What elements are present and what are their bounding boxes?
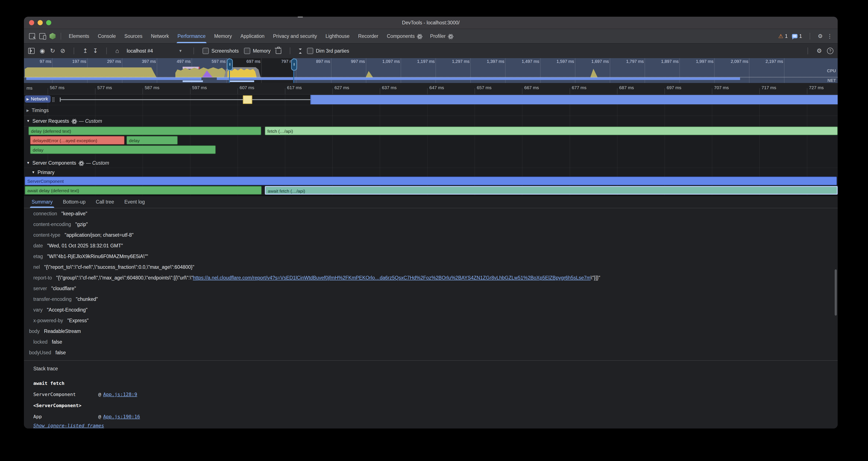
property-row: date"Wed, 01 Oct 2025 18:32:01 GMT" [33,240,838,251]
dim-3rd-parties-checkbox[interactable]: Dim 3rd parties [307,48,349,54]
network-request-bar[interactable] [310,95,838,104]
origin-home-icon[interactable]: ⌂ [115,48,119,54]
event-bar-fetch-api[interactable]: fetch (…/api) [265,126,838,135]
memory-checkbox[interactable]: Memory [244,48,271,54]
messages-badge[interactable]: 1 [792,33,802,39]
close-window-button[interactable] [29,20,34,25]
property-row: content-encoding"gzip" [33,219,838,230]
report-to-url-link[interactable]: https://a.nel.cloudflare.com/report/v4?s… [193,275,591,281]
show-ignore-listed-frames-link[interactable]: Show ignore-listed frames [33,423,104,428]
settings-gear-icon[interactable]: ⚙ [818,33,823,39]
event-bar-delay-deferred[interactable]: delay (deferred text) [28,126,261,135]
event-bar-delay-3[interactable]: delay [30,145,216,154]
event-bar-delayed-error[interactable]: delayedError (…ayed exception) [30,136,125,145]
window-controls [29,20,51,25]
tab-event-log[interactable]: Event log [120,196,149,208]
detail-ruler[interactable]: ms 567 ms577 ms587 ms597 ms607 ms617 ms6… [24,83,838,94]
warning-icon: ⚠ [778,33,783,39]
panel-settings-gear-icon[interactable]: ⚙ [816,48,822,54]
node-icon[interactable] [50,33,56,39]
overview-network-chart [24,78,838,83]
garbage-collect-icon[interactable] [276,49,281,54]
property-row: nel"{\"report_to\":\"cf-nel\",\"success_… [33,262,838,272]
divider [74,48,74,54]
network-track[interactable]: ▶ Network [24,94,838,105]
upload-profile-icon[interactable]: ↥ [83,48,88,54]
scrollbar-thumb[interactable] [835,269,837,316]
minimize-window-button[interactable] [38,20,43,25]
divider [810,33,810,39]
toggle-sidebar-icon[interactable] [28,48,35,54]
tab-console[interactable]: Console [94,29,120,43]
property-row: etag"W/\"4b1-RjEJloX9kRinu6F0MAZMmy6E5iA… [33,251,838,262]
server-requests-row-3: delay [24,145,838,155]
track-resize-grip[interactable] [52,97,55,102]
expand-icon: ▶ [27,97,29,101]
event-bar-server-component[interactable]: ServerComponent [25,177,837,185]
issues-warning-badge[interactable]: ⚠1 [778,33,788,39]
tab-profiler[interactable]: Profiler [426,29,457,43]
tab-call-tree[interactable]: Call tree [92,196,119,208]
server-requests-track-header[interactable]: ▼ Server Requests — Custom [24,116,838,126]
timeline-tracks: ▶ Network ▶ Timings ▼ Server Requests — … [24,94,838,196]
server-components-row-1: ServerComponent [24,177,838,186]
tab-performance[interactable]: Performance [173,29,210,43]
download-profile-icon[interactable]: ↧ [93,48,98,54]
inspect-element-icon[interactable]: ↖ [29,33,35,39]
react-atom-icon [79,161,83,165]
reload-and-record-icon[interactable]: ↻ [50,48,55,54]
tab-sources[interactable]: Sources [120,29,147,43]
collapse-sections-icon[interactable] [299,48,302,54]
property-row: vary"Accept-Encoding" [33,305,838,315]
tab-lighthouse[interactable]: Lighthouse [321,29,354,43]
window-right-handle[interactable]: ‖ [293,58,294,83]
tab-components[interactable]: Components [382,29,426,43]
details-pane: Summary Bottom-up Call tree Event log co… [24,196,838,429]
record-icon[interactable]: ◉ [40,48,45,54]
tab-recorder[interactable]: Recorder [354,29,383,43]
property-row: server"cloudflare" [33,283,838,294]
devtools-tabbar: ↖ Elements Console Sources Network Perfo… [24,29,838,43]
primary-group-header[interactable]: ▼ Primary [24,168,838,177]
collapse-icon: ▼ [27,161,30,165]
tab-elements[interactable]: Elements [64,29,94,43]
help-icon[interactable]: ? [827,48,833,54]
chat-icon [792,34,798,38]
event-bar-await-fetch-selected[interactable]: await fetch (…/api) [265,186,838,195]
tab-privacy-security[interactable]: Privacy and security [269,29,321,43]
source-location-link[interactable]: App.js:190:16 [103,414,140,419]
tab-summary[interactable]: Summary [27,196,57,208]
event-bar-await-delay[interactable]: await delay (deferred text) [25,186,261,195]
tab-application[interactable]: Application [236,29,269,43]
performance-toolbar: ◉ ↻ ⊘ ↥ ↧ ⌂ localhost #4▼ Screenshots Me… [24,43,838,58]
checkbox-box [203,48,209,54]
device-toolbar-icon[interactable] [39,33,45,39]
server-components-track-header[interactable]: ▼ Server Components — Custom [24,158,838,168]
devtools-window: DevTools - localhost:3000/ ↖ Elements Co… [24,17,838,429]
timings-track[interactable]: ▶ Timings [24,105,838,116]
timeline-overview[interactable]: 97 ms197 ms297 ms397 ms497 ms597 ms697 m… [24,58,838,83]
clear-icon[interactable]: ⊘ [60,48,65,54]
zoom-window-button[interactable] [46,20,51,25]
panel-tabs: Elements Console Sources Network Perform… [64,29,457,43]
react-atom-icon [448,34,453,38]
network-request-selected[interactable] [243,95,252,104]
kebab-menu-icon[interactable]: ⋮ [827,33,833,39]
tab-memory[interactable]: Memory [210,29,236,43]
tab-network[interactable]: Network [147,29,173,43]
tab-bottom-up[interactable]: Bottom-up [59,196,90,208]
property-row: transfer-encoding"chunked" [33,294,838,305]
property-row: x-powered-by"Express" [33,315,838,326]
event-bar-delay-2[interactable]: delay [126,136,178,145]
source-location-link[interactable]: App.js:128:9 [103,392,137,397]
checkbox-box [307,48,313,54]
window-left-handle[interactable]: ‖ [229,58,230,83]
property-row: connection"keep-alive" [33,208,838,219]
screenshots-checkbox[interactable]: Screenshots [203,48,239,54]
profile-select[interactable]: localhost #4▼ [124,47,185,55]
divider [290,48,290,54]
titlebar: DevTools - localhost:3000/ [24,17,838,29]
network-track-header[interactable]: ▶ Network [25,95,51,103]
checkbox-box [244,48,250,54]
react-atom-icon [71,119,76,123]
